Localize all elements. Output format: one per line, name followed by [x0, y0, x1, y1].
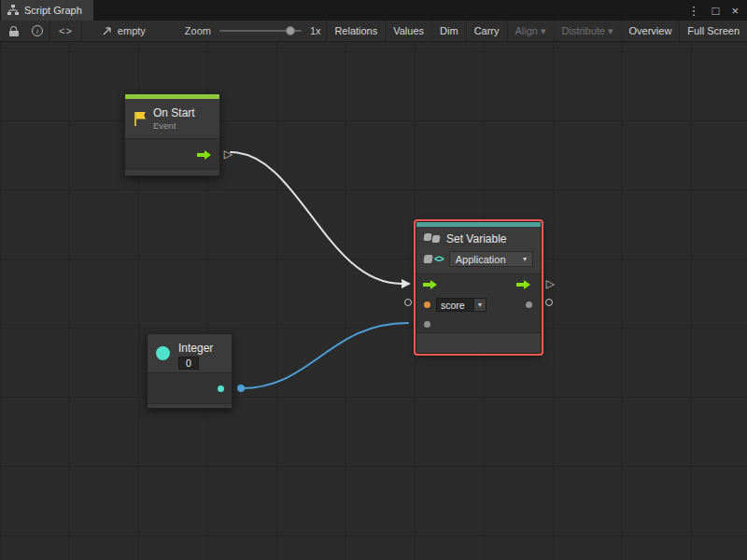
graph-canvas[interactable]: On Start Event ▷ Set Variable	[0, 42, 747, 560]
lock-icon[interactable]	[8, 26, 19, 36]
node-footer	[148, 403, 232, 408]
flow-output-arrow-icon	[197, 150, 212, 160]
chevron-down-icon: ▾	[541, 25, 546, 37]
variable-scope-dropdown[interactable]: Application ▾	[449, 251, 533, 267]
variables-icon	[424, 233, 440, 245]
node-on-start[interactable]: On Start Event ▷	[124, 93, 220, 176]
node-title: Set Variable	[446, 232, 506, 245]
variable-name-field[interactable]: score ▼	[436, 298, 486, 312]
zoom-label: Zoom	[185, 25, 211, 36]
graph-pointer-icon	[102, 26, 112, 36]
variable-name-port[interactable]	[424, 301, 430, 308]
chevron-down-icon: ▾	[608, 25, 613, 37]
close-icon[interactable]: ×	[731, 5, 739, 17]
graph-tab-icon	[7, 5, 19, 16]
scope-label: Application	[456, 254, 506, 265]
tab-title: Script Graph	[24, 5, 82, 16]
chevron-down-icon: ▾	[523, 255, 527, 263]
graph-breadcrumb[interactable]: empty	[102, 25, 146, 36]
unit-icon: <>	[424, 254, 444, 264]
flow-input-arrow-icon	[423, 280, 438, 289]
wire-onstart-to-setvariable[interactable]	[231, 152, 402, 284]
title-bar: Script Graph ⋮ □ ×	[0, 0, 747, 21]
wire-start-cap	[237, 385, 245, 392]
flow-output-port[interactable]: ▷	[546, 278, 555, 289]
wire-arrowhead	[402, 279, 411, 288]
carry-button[interactable]: Carry	[466, 21, 507, 41]
node-integer[interactable]: Integer 0	[147, 333, 233, 409]
zoom-value: 1x	[310, 25, 321, 36]
connection-wires	[0, 42, 747, 560]
info-icon[interactable]: i	[32, 25, 43, 36]
overview-button[interactable]: Overview	[621, 21, 680, 41]
chevron-down-icon: ▼	[477, 301, 484, 308]
script-graph-window: Script Graph ⋮ □ × i <> empty Zoom 1x R	[0, 0, 747, 560]
zoom-slider[interactable]	[219, 30, 302, 32]
relations-button[interactable]: Relations	[326, 21, 385, 41]
node-title: Integer	[178, 342, 213, 355]
value-output-port[interactable]	[526, 301, 532, 308]
node-subtitle: Event	[153, 120, 195, 131]
align-button: Align▾	[507, 21, 554, 41]
breadcrumb-label: empty	[118, 25, 146, 36]
integer-type-icon	[156, 346, 170, 360]
window-menu-icon[interactable]: ⋮	[688, 5, 700, 17]
graph-toolbar: i <> empty Zoom 1x Relations Values Dim …	[0, 21, 747, 42]
external-output-port[interactable]	[545, 299, 553, 306]
integer-value-field[interactable]: 0	[178, 357, 199, 370]
node-title: On Start	[153, 106, 195, 119]
node-footer	[125, 169, 219, 175]
toolbar-divider	[49, 21, 50, 41]
flag-icon	[134, 111, 146, 127]
values-button[interactable]: Values	[385, 21, 431, 41]
dim-button[interactable]: Dim	[431, 21, 466, 41]
node-set-variable[interactable]: Set Variable <> Application ▾	[416, 221, 542, 354]
node-footer	[416, 332, 541, 353]
maximize-icon[interactable]: □	[712, 5, 720, 17]
integer-output-port[interactable]	[218, 385, 224, 392]
fullscreen-button[interactable]: Full Screen	[679, 21, 747, 41]
tab-script-graph[interactable]: Script Graph	[1, 0, 93, 21]
variable-name-value[interactable]: score	[436, 298, 474, 312]
flow-output-port[interactable]: ▷	[224, 148, 233, 160]
toolbar-divider	[81, 21, 82, 41]
code-icon[interactable]: <>	[59, 25, 73, 36]
variable-name-dropdown[interactable]: ▼	[474, 298, 486, 312]
external-input-port[interactable]	[404, 299, 412, 306]
distribute-button: Distribute▾	[554, 21, 621, 41]
flow-output-arrow-icon	[516, 280, 531, 289]
wire-integer-to-setvariable[interactable]	[241, 323, 408, 388]
value-input-port[interactable]	[424, 321, 430, 328]
zoom-slider-thumb[interactable]	[286, 26, 295, 35]
